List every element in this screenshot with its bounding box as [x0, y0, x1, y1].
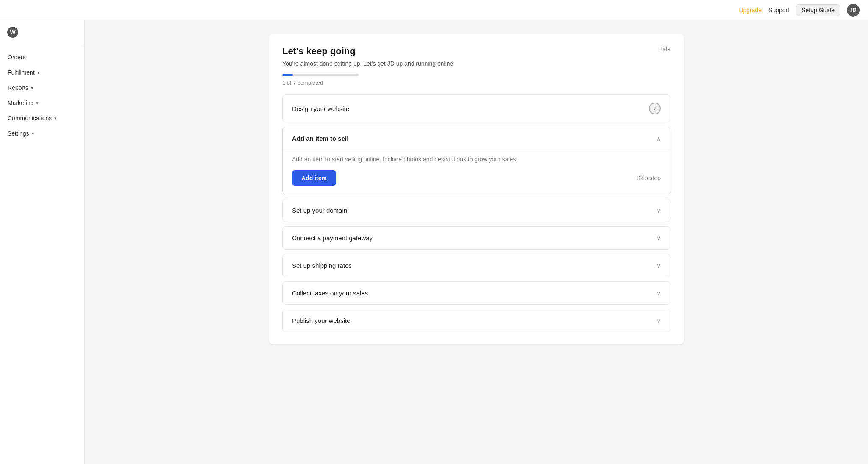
step-shipping-title: Set up shipping rates	[292, 262, 352, 269]
step-add-item: Add an item to sell ∧ Add an item to sta…	[282, 127, 670, 194]
step-list: Design your website ✓ Add an item to sel…	[282, 94, 670, 332]
reports-label: Reports	[8, 84, 28, 91]
step-taxes-header[interactable]: Collect taxes on your sales ∨	[283, 282, 670, 304]
fulfillment-chevron-icon: ▾	[37, 70, 40, 75]
hide-button[interactable]: Hide	[658, 46, 670, 53]
step-publish-left: Publish your website	[292, 317, 351, 324]
step-design-left: Design your website	[292, 105, 349, 112]
step-shipping-chevron-icon: ∨	[657, 262, 661, 269]
sidebar-nav: Orders Fulfillment ▾ Reports ▾ Marketing…	[0, 46, 84, 144]
step-domain: Set up your domain ∨	[282, 199, 670, 222]
add-item-button[interactable]: Add item	[292, 170, 336, 186]
step-domain-header[interactable]: Set up your domain ∨	[283, 199, 670, 222]
step-design-title: Design your website	[292, 105, 349, 112]
step-add-item-body: Add an item to start selling online. Inc…	[283, 150, 670, 194]
communications-label: Communications	[8, 115, 52, 122]
step-payment-title: Connect a payment gateway	[292, 234, 373, 242]
step-domain-chevron-icon: ∨	[657, 207, 661, 214]
step-payment-header[interactable]: Connect a payment gateway ∨	[283, 227, 670, 249]
sidebar: W Orders Fulfillment ▾ Reports ▾ Marketi…	[0, 20, 85, 464]
step-add-item-header[interactable]: Add an item to sell ∧	[283, 127, 670, 150]
step-domain-left: Set up your domain	[292, 207, 347, 214]
step-taxes: Collect taxes on your sales ∨	[282, 281, 670, 305]
step-design-website-header[interactable]: Design your website ✓	[283, 95, 670, 122]
main-content: Let's keep going Hide You're almost done…	[85, 20, 868, 464]
progress-text: 1 of 7 completed	[282, 80, 670, 86]
step-shipping-left: Set up shipping rates	[292, 262, 352, 269]
main-layout: W Orders Fulfillment ▾ Reports ▾ Marketi…	[0, 0, 868, 464]
sidebar-item-fulfillment[interactable]: Fulfillment ▾	[0, 65, 84, 80]
step-domain-title: Set up your domain	[292, 207, 347, 214]
orders-label: Orders	[8, 54, 26, 61]
step-payment-chevron-icon: ∨	[657, 235, 661, 242]
app-header: Upgrade Support Setup Guide JD	[0, 0, 868, 20]
svg-text:W: W	[10, 29, 16, 36]
setup-card-header: Let's keep going Hide	[282, 46, 670, 57]
step-design-website: Design your website ✓	[282, 94, 670, 122]
sidebar-logo: W	[0, 20, 84, 46]
avatar[interactable]: JD	[847, 4, 860, 17]
step-add-item-actions: Add item Skip step	[292, 170, 661, 186]
progress-container: 1 of 7 completed	[282, 74, 670, 86]
setup-guide-button[interactable]: Setup Guide	[796, 4, 840, 16]
step-add-item-chevron-icon: ∧	[657, 135, 661, 142]
communications-chevron-icon: ▾	[54, 116, 57, 121]
sidebar-item-communications[interactable]: Communications ▾	[0, 111, 84, 126]
sidebar-item-orders[interactable]: Orders	[0, 50, 84, 65]
step-taxes-chevron-icon: ∨	[657, 290, 661, 297]
progress-bar-background	[282, 74, 359, 76]
setup-guide-card: Let's keep going Hide You're almost done…	[269, 34, 684, 344]
sidebar-item-marketing[interactable]: Marketing ▾	[0, 95, 84, 111]
skip-step-button[interactable]: Skip step	[636, 175, 661, 181]
sidebar-item-settings[interactable]: Settings ▾	[0, 126, 84, 141]
marketing-label: Marketing	[8, 100, 33, 106]
step-publish: Publish your website ∨	[282, 309, 670, 332]
step-taxes-left: Collect taxes on your sales	[292, 289, 368, 297]
upgrade-button[interactable]: Upgrade	[739, 7, 762, 14]
step-publish-header[interactable]: Publish your website ∨	[283, 309, 670, 332]
setup-subtitle: You're almost done setting up. Let's get…	[282, 60, 670, 67]
step-design-check-icon: ✓	[649, 103, 661, 114]
step-add-item-title: Add an item to sell	[292, 135, 348, 142]
setup-title: Let's keep going	[282, 46, 356, 57]
reports-chevron-icon: ▾	[31, 85, 33, 91]
fulfillment-label: Fulfillment	[8, 69, 35, 76]
sidebar-item-reports[interactable]: Reports ▾	[0, 80, 84, 95]
support-button[interactable]: Support	[768, 7, 789, 14]
step-publish-chevron-icon: ∨	[657, 317, 661, 324]
step-shipping-header[interactable]: Set up shipping rates ∨	[283, 254, 670, 277]
settings-label: Settings	[8, 130, 29, 137]
marketing-chevron-icon: ▾	[36, 100, 39, 106]
progress-bar-fill	[282, 74, 293, 76]
step-add-item-left: Add an item to sell	[292, 135, 348, 142]
step-add-item-description: Add an item to start selling online. Inc…	[292, 156, 661, 163]
settings-chevron-icon: ▾	[32, 131, 34, 136]
step-publish-title: Publish your website	[292, 317, 351, 324]
step-shipping: Set up shipping rates ∨	[282, 254, 670, 277]
step-payment-left: Connect a payment gateway	[292, 234, 373, 242]
step-payment: Connect a payment gateway ∨	[282, 226, 670, 250]
step-taxes-title: Collect taxes on your sales	[292, 289, 368, 297]
